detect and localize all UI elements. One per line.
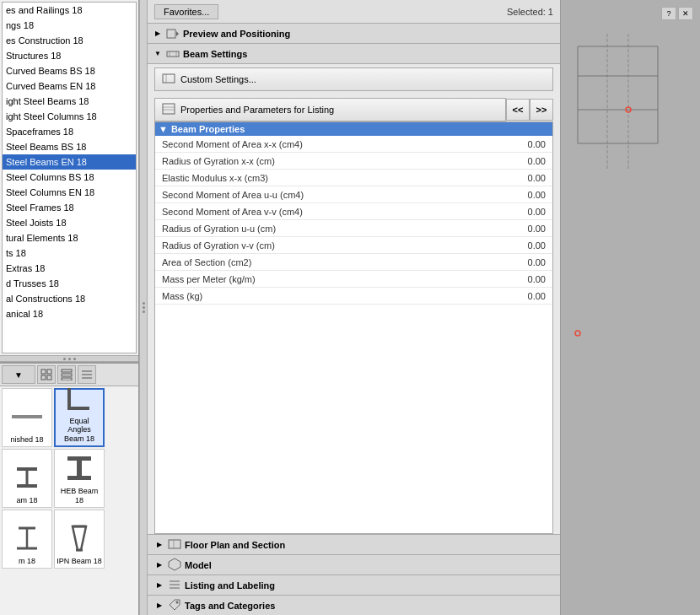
left-middle-resize[interactable] <box>139 0 148 615</box>
svg-marker-20 <box>73 526 86 550</box>
property-row-6[interactable]: Radius of Gyration v-v (cm)0.00 <box>155 237 552 254</box>
cad-viewport: ? ✕ <box>561 0 700 615</box>
left-panel: es and Railings 18ngs 18es Construction … <box>0 0 139 615</box>
library-item-trusses18[interactable]: d Trusses 18 <box>3 276 136 291</box>
svg-marker-35 <box>169 558 180 570</box>
property-value-8: 0.00 <box>485 274 552 284</box>
library-item-steelcolsen18[interactable]: Steel Columns EN 18 <box>3 185 136 200</box>
bottom-section-3[interactable]: ▶Tags and Categories <box>148 595 560 615</box>
close-button[interactable]: ✕ <box>678 7 693 20</box>
thumb-shape-thumb3 <box>62 451 96 485</box>
nav-next-button[interactable]: >> <box>530 99 553 121</box>
library-item-turalelems18[interactable]: tural Elements 18 <box>3 230 136 245</box>
svg-rect-1 <box>47 370 51 374</box>
property-name-9: Mass (kg) <box>155 291 485 301</box>
property-value-2: 0.00 <box>485 173 552 183</box>
property-value-4: 0.00 <box>485 207 552 217</box>
svg-rect-4 <box>62 370 72 372</box>
library-item-curvbs18[interactable]: Curved Beams BS 18 <box>3 63 136 78</box>
view-dropdown[interactable]: ▼ <box>2 365 35 384</box>
library-item-steelcolsbs18[interactable]: Steel Columns BS 18 <box>3 170 136 185</box>
property-name-5: Radius of Gyration u-u (cm) <box>155 224 485 234</box>
svg-rect-2 <box>41 375 46 380</box>
library-item-steelbeamsbs18[interactable]: Steel Beams BS 18 <box>3 139 136 154</box>
library-item-space18[interactable]: Spaceframes 18 <box>3 124 136 139</box>
thumbnail-thumb3[interactable]: HEB Beam 18 <box>54 449 105 508</box>
thumb-shape-thumb2 <box>10 461 44 494</box>
favorites-button[interactable]: Favorites... <box>154 4 218 19</box>
property-name-1: Radius of Gyration x-x (cm) <box>155 156 485 166</box>
property-row-2[interactable]: Elastic Modulus x-x (cm3)0.00 <box>155 170 552 186</box>
property-row-4[interactable]: Second Moment of Area v-v (cm4)0.00 <box>155 203 552 220</box>
svg-rect-23 <box>167 30 175 38</box>
svg-rect-3 <box>47 375 51 380</box>
library-item-const18[interactable]: es Construction 18 <box>3 33 136 48</box>
custom-settings-button[interactable]: Custom Settings... <box>154 67 553 91</box>
property-row-9[interactable]: Mass (kg)0.00 <box>155 288 552 305</box>
view-btn-3[interactable] <box>78 365 96 384</box>
library-item-steelbeams18[interactable]: ight Steel Beams 18 <box>3 94 136 109</box>
thumb-shape-thumb0 <box>10 400 44 434</box>
bottom-section-1[interactable]: ▶Model <box>148 554 560 575</box>
svg-rect-10 <box>12 415 42 418</box>
svg-rect-25 <box>167 51 179 57</box>
library-item-steelframes18[interactable]: Steel Frames 18 <box>3 200 136 215</box>
custom-settings-label: Custom Settings... <box>180 74 256 84</box>
thumb-shape-thumb1 <box>62 386 96 415</box>
library-item-rails18[interactable]: es and Railings 18 <box>3 3 136 18</box>
expand-arrow-bottom-1: ▶ <box>154 560 164 570</box>
expand-arrow-beam: ▼ <box>153 49 163 59</box>
library-item-steelbeamsen18[interactable]: Steel Beams EN 18 <box>3 154 136 170</box>
bottom-section-label-1: Model <box>185 560 212 570</box>
property-row-1[interactable]: Radius of Gyration x-x (cm)0.00 <box>155 153 552 170</box>
property-name-6: Radius of Gyration v-v (cm) <box>155 240 485 251</box>
property-row-7[interactable]: Area of Section (cm2)0.00 <box>155 254 552 271</box>
svg-point-50 <box>575 331 580 336</box>
library-item-steelcols18[interactable]: ight Steel Columns 18 <box>3 109 136 124</box>
properties-listing-button[interactable]: Properties and Parameters for Listing <box>154 98 506 121</box>
property-row-8[interactable]: Mass per Meter (kg/m)0.00 <box>155 271 552 288</box>
svg-marker-39 <box>170 600 180 610</box>
beam-properties-label: Beam Properties <box>171 124 245 134</box>
library-item-anical18[interactable]: anical 18 <box>3 306 136 321</box>
svg-marker-24 <box>176 31 179 36</box>
view-btn-1[interactable] <box>37 365 56 384</box>
beam-settings-header[interactable]: ▼ Beam Settings <box>148 44 560 64</box>
nav-prev-button[interactable]: << <box>506 99 530 121</box>
property-row-3[interactable]: Second Moment of Area u-u (cm4)0.00 <box>155 186 552 203</box>
library-list: es and Railings 18ngs 18es Construction … <box>2 2 137 353</box>
thumbnail-thumb4[interactable]: m 18 <box>2 510 52 569</box>
thumbnail-thumb5[interactable]: IPN Beam 18 <box>54 510 105 569</box>
thumb-label-thumb5: IPN Beam 18 <box>57 557 102 566</box>
library-item-alconst18[interactable]: al Constructions 18 <box>3 291 136 306</box>
library-item-struct18[interactable]: Structures 18 <box>3 48 136 63</box>
properties-header-row: Properties and Parameters for Listing <<… <box>154 98 553 121</box>
library-item-extras18[interactable]: Extras 18 <box>3 261 136 276</box>
property-row-0[interactable]: Second Moment of Area x-x (cm4)0.00 <box>155 136 552 153</box>
bottom-section-2[interactable]: ▶Listing and Labeling <box>148 575 560 595</box>
expand-arrow-bottom-0: ▶ <box>154 540 164 550</box>
preview-positioning-header[interactable]: ▶ Preview and Positioning <box>148 24 560 44</box>
beam-properties-header[interactable]: ▼ Beam Properties <box>155 122 552 136</box>
help-button[interactable]: ? <box>661 7 676 20</box>
property-row-5[interactable]: Radius of Gyration u-u (cm)0.00 <box>155 220 552 237</box>
svg-rect-28 <box>163 74 175 83</box>
thumbnail-thumb1[interactable]: Equal Angles Beam 18 <box>54 388 105 447</box>
bottom-section-0[interactable]: ▶Floor Plan and Section <box>148 534 560 554</box>
vertical-resize-handle[interactable] <box>0 355 138 362</box>
svg-rect-14 <box>67 456 91 461</box>
library-item-ngs18[interactable]: ngs 18 <box>3 18 136 33</box>
library-item-ts18[interactable]: ts 18 <box>3 245 136 261</box>
bottom-section-label-0: Floor Plan and Section <box>185 540 285 550</box>
property-name-7: Area of Section (cm2) <box>155 257 485 267</box>
svg-rect-5 <box>62 374 72 376</box>
property-name-0: Second Moment of Area x-x (cm4) <box>155 139 485 149</box>
library-item-curven18[interactable]: Curved Beams EN 18 <box>3 78 136 94</box>
library-item-steeljoists18[interactable]: Steel Joists 18 <box>3 215 136 230</box>
thumbnail-thumb0[interactable]: nished 18 <box>2 388 52 447</box>
view-btn-2[interactable] <box>57 365 76 384</box>
bottom-section-label-2: Listing and Labeling <box>185 580 275 591</box>
property-name-3: Second Moment of Area u-u (cm4) <box>155 190 485 200</box>
beam-settings-label: Beam Settings <box>183 49 247 59</box>
thumbnail-thumb2[interactable]: am 18 <box>2 449 52 508</box>
